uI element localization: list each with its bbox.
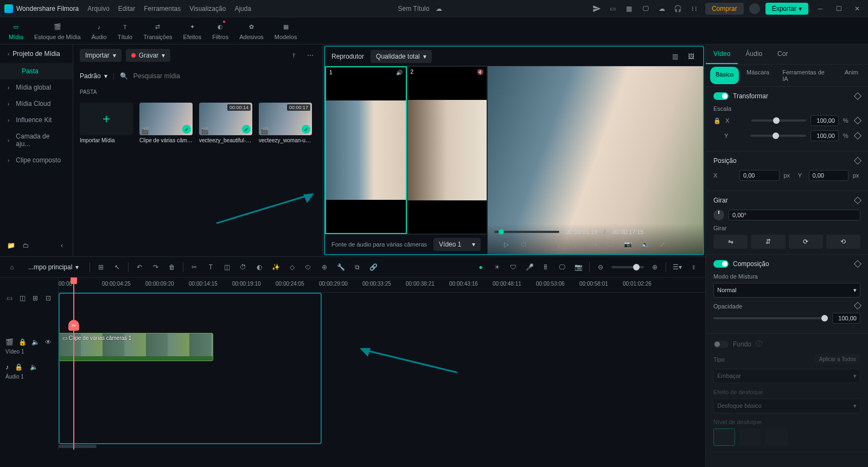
tab-transicoes[interactable]: ⇄Transições xyxy=(143,22,172,40)
quality-dropdown[interactable]: Qualidade total ▾ xyxy=(371,50,432,63)
blur-preset-3[interactable] xyxy=(765,428,787,446)
media-item[interactable]: 00:00:14✓🎬vecteezy_beautiful-asi... xyxy=(199,103,252,143)
menu-help[interactable]: Ajuda xyxy=(234,5,251,12)
subtab-basic[interactable]: Básico xyxy=(710,67,739,84)
rotate-keyframe-icon[interactable] xyxy=(854,197,861,204)
maximize-button[interactable]: ☐ xyxy=(832,2,845,15)
transform-toggle[interactable] xyxy=(713,92,729,100)
capture-icon[interactable]: 📷 xyxy=(573,262,584,273)
rotation-input[interactable] xyxy=(729,210,860,220)
fullscreen-icon[interactable]: ⤢ xyxy=(657,239,668,250)
tab-titulo[interactable]: TTítulo xyxy=(118,22,133,40)
headphones-icon[interactable]: 🎧 xyxy=(673,3,684,14)
sidebar-item[interactable]: Clipe composto xyxy=(0,152,73,168)
undo-icon[interactable]: ↶ xyxy=(134,262,145,273)
filter-icon[interactable]: ⫯ xyxy=(289,50,299,61)
cloud-sync-icon[interactable]: ☁ xyxy=(433,3,444,14)
zoom-slider[interactable] xyxy=(611,266,644,268)
rotation-wheel[interactable] xyxy=(713,210,724,220)
cam-tile-1[interactable]: 1 🔊 xyxy=(325,66,407,234)
text-icon[interactable]: T xyxy=(205,262,216,273)
bg-type-select[interactable]: Embaçar▾ xyxy=(713,369,860,383)
blend-mode-select[interactable]: Normal▾ xyxy=(713,283,860,298)
tab-audio[interactable]: ♪Áudio xyxy=(92,22,107,40)
voiceover-icon[interactable]: 🎤 xyxy=(524,262,535,273)
settings-gear-icon[interactable]: ☀ xyxy=(492,262,502,273)
sidebar-item[interactable]: Mídia global xyxy=(0,79,73,96)
monitor-icon[interactable]: 🖵 xyxy=(605,239,616,250)
home-icon[interactable]: ⌂ xyxy=(7,262,17,273)
scissors-icon[interactable]: ✂ xyxy=(68,320,79,331)
menu-file[interactable]: Arquivo xyxy=(87,5,110,12)
track-toggle-1[interactable]: ▭ xyxy=(5,293,14,304)
menu-edit[interactable]: Editar xyxy=(118,5,135,12)
color-icon[interactable]: ◐ xyxy=(254,262,265,273)
menu-tools[interactable]: Ferramentas xyxy=(144,5,181,12)
import-media-card[interactable]: +Importar Mídia xyxy=(80,103,133,143)
sidebar-header[interactable]: Projeto de Mídia xyxy=(0,45,73,63)
scale-x-keyframe[interactable] xyxy=(854,117,861,124)
blur-effect-select[interactable]: Desfoque básico▾ xyxy=(713,399,860,413)
grid-icon[interactable]: ⊞ xyxy=(95,262,106,273)
main-preview-viewport[interactable]: 00:00:01:19 / 00:00:17:15 ▷ □ { } ▭▾ 🖵 xyxy=(488,66,703,254)
scale-y-input[interactable] xyxy=(810,130,839,141)
sidebar-item[interactable]: Camada de aju... xyxy=(0,128,73,152)
menu-view[interactable]: Visualização xyxy=(189,5,226,12)
scale-y-keyframe[interactable] xyxy=(854,132,861,140)
buy-button[interactable]: Comprar xyxy=(705,3,744,15)
export-button[interactable]: Exportar ▾ xyxy=(765,3,808,15)
cloud-icon[interactable]: ☁ xyxy=(656,3,667,14)
subtab-ai[interactable]: Ferramentas de IA xyxy=(777,65,837,86)
pos-x-input[interactable] xyxy=(739,170,780,181)
opacity-input[interactable] xyxy=(832,313,860,324)
delete-icon[interactable]: 🗑 xyxy=(167,262,177,273)
zoom-in-icon[interactable]: ⊕ xyxy=(649,262,660,273)
seek-slider[interactable] xyxy=(494,231,559,233)
volume-icon[interactable]: 🔈 xyxy=(640,239,650,250)
background-toggle[interactable] xyxy=(713,340,729,348)
composite-toggle[interactable] xyxy=(713,260,729,268)
sidebar-item[interactable]: Mídia Cloud xyxy=(0,96,73,112)
sort-dropdown[interactable]: Padrão ▾ xyxy=(80,72,107,80)
timeline-ruler[interactable]: 00:0000:00:04:2500:00:09:2000:00:14:1500… xyxy=(59,277,705,293)
monitor2-icon[interactable]: 🖵 xyxy=(557,262,567,273)
flip-vertical-button[interactable]: ⇵ xyxy=(751,235,785,249)
screen-icon[interactable]: ▭ xyxy=(608,3,618,14)
apps-icon[interactable]: ⫶⫶ xyxy=(689,3,700,14)
record-dropdown[interactable]: Gravar ▾ xyxy=(126,49,171,62)
timeline-scrollbar[interactable] xyxy=(59,444,705,449)
mute-audio-icon[interactable]: 🔈 xyxy=(28,362,39,373)
new-bin-icon[interactable]: 🗀 xyxy=(21,240,31,251)
lock-video-icon[interactable]: 🔒 xyxy=(18,337,27,348)
info-icon[interactable]: ⓘ xyxy=(756,339,762,349)
mark-in-icon[interactable]: { xyxy=(553,239,564,250)
blur-preset-1[interactable] xyxy=(713,428,735,446)
group-icon[interactable]: ⧉ xyxy=(352,262,362,273)
tab-adesivos[interactable]: ✿Adesivos xyxy=(239,22,264,40)
media-item[interactable]: 00:00:17✓🎬vecteezy_woman-usin... xyxy=(259,103,312,143)
composite-keyframe-icon[interactable] xyxy=(854,260,861,268)
opacity-keyframe-icon[interactable] xyxy=(854,302,861,310)
tab-efeitos[interactable]: ✦Efeitos xyxy=(183,22,202,40)
media-search-input[interactable] xyxy=(133,72,316,80)
user-avatar[interactable] xyxy=(749,3,760,14)
tools-icon[interactable]: 🔧 xyxy=(335,262,346,273)
timeline-breadcrumb[interactable]: ...mpo principal ▾ xyxy=(23,261,84,274)
tab-midia[interactable]: ▭Mídia xyxy=(9,22,23,40)
scale-y-slider[interactable] xyxy=(750,135,806,137)
mute-video-icon[interactable]: 🔈 xyxy=(31,337,40,348)
tab-color[interactable]: Cor xyxy=(770,45,795,64)
send-icon[interactable] xyxy=(591,3,602,14)
audio-source-dropdown[interactable]: Vídeo 1 ▾ xyxy=(433,238,481,251)
track-toggle-4[interactable]: ⊡ xyxy=(44,293,53,304)
cam-tile-2[interactable]: 2 🔇 xyxy=(407,66,488,234)
play-button[interactable]: ▷ xyxy=(501,239,512,250)
lock-aspect-icon[interactable]: 🔒 xyxy=(713,117,721,124)
marker-timer-icon[interactable]: ⏲ xyxy=(303,262,314,273)
stop-button[interactable]: □ xyxy=(518,239,529,250)
sidebar-item[interactable]: Influence Kit xyxy=(0,112,73,128)
split-icon[interactable]: ✂ xyxy=(189,262,200,273)
timeline-clip[interactable]: ▭ Clipe de várias câmeras 1 xyxy=(59,333,213,361)
new-folder-icon[interactable]: 📁 xyxy=(5,240,16,251)
snapshot-icon[interactable]: 📷 xyxy=(622,239,633,250)
